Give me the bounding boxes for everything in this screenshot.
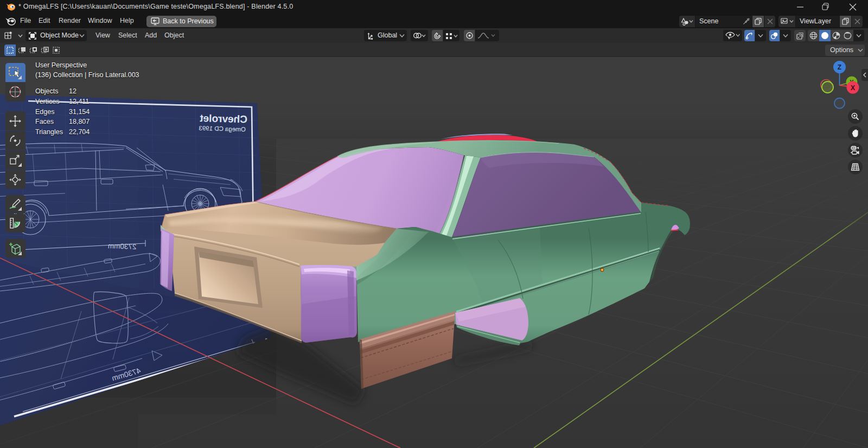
svg-text:X: X bbox=[851, 84, 855, 92]
svg-text:Chevrolet: Chevrolet bbox=[199, 112, 247, 125]
svg-text:Z: Z bbox=[838, 64, 841, 71]
svg-text:2730mm: 2730mm bbox=[108, 242, 137, 251]
svg-text:Omega CD 1993: Omega CD 1993 bbox=[199, 125, 246, 132]
